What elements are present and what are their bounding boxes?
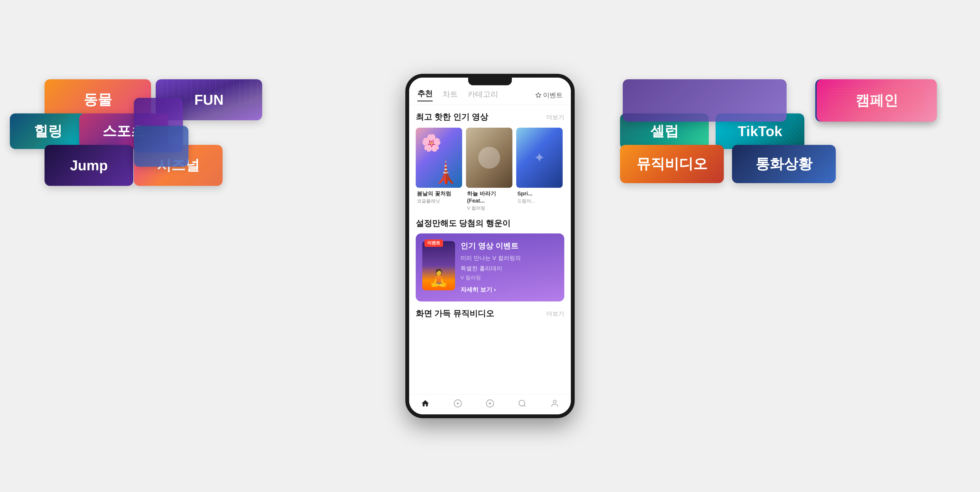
card-idol[interactable]: 아이돌/가수 xyxy=(815,79,935,121)
video-info-3: Spri... 드림어... xyxy=(516,188,563,204)
phone-screen: 추천 차트 카테고리 이벤트 최고 핫한 인기 영상 더보기 xyxy=(409,78,571,414)
event-section-title: 설정만해도 당첨의 행운이 xyxy=(416,219,511,228)
card-partial-left2 xyxy=(134,126,188,167)
card-dongmul[interactable]: 동물 xyxy=(45,79,151,120)
popular-section: 최고 핫한 인기 영상 더보기 봄날의 꽃처럼 코글플래닛 xyxy=(409,105,571,216)
card-jump[interactable]: Jump xyxy=(45,145,133,186)
video-sub-2: V 컬러링 xyxy=(467,205,511,211)
card-sports-label: 스포츠 xyxy=(102,121,145,141)
musicvideo-header: 화면 가득 뮤직비디오 더보기 xyxy=(416,308,564,319)
nav-profile[interactable] xyxy=(550,399,559,408)
card-celeb[interactable]: 셀럽 xyxy=(620,113,709,149)
card-campaign-label: 캠페인 xyxy=(856,91,898,110)
event-link[interactable]: 자세히 보기 › xyxy=(460,286,558,294)
musicvideo-title: 화면 가득 뮤직비디오 xyxy=(416,308,494,319)
svg-marker-2 xyxy=(457,402,459,405)
card-partial-right xyxy=(623,79,787,121)
card-musicvideo[interactable]: 뮤직비디오 xyxy=(620,145,724,183)
video-title-2: 하늘 바라기(Feat... xyxy=(467,190,511,204)
event-section-header: 설정만해도 당첨의 행운이 xyxy=(409,216,571,233)
screen-content[interactable]: 최고 핫한 인기 영상 더보기 봄날의 꽃처럼 코글플래닛 xyxy=(409,105,571,395)
nav-home[interactable] xyxy=(421,399,430,408)
event-desc-1: 미리 만나는 V 컬러링의 xyxy=(460,254,558,262)
card-jump-label: Jump xyxy=(70,157,108,174)
card-call[interactable]: 통화상황 xyxy=(732,145,836,183)
musicvideo-section: 화면 가득 뮤직비디오 더보기 xyxy=(409,302,571,329)
video-info-1: 봄날의 꽃처럼 코글플래닛 xyxy=(416,188,462,204)
video-thumb-1 xyxy=(416,128,462,188)
phone-notch xyxy=(468,78,512,85)
event-title: 인기 영상 이벤트 xyxy=(460,241,558,251)
phone: 추천 차트 카테고리 이벤트 최고 핫한 인기 영상 더보기 xyxy=(405,74,575,418)
card-fun-label: FUN xyxy=(194,91,224,108)
card-campaign[interactable]: 캠페인 xyxy=(817,79,937,121)
card-healing-label: 힐링 xyxy=(34,121,62,141)
phone-wrapper: 추천 차트 카테고리 이벤트 최고 핫한 인기 영상 더보기 xyxy=(405,74,575,418)
event-content: 인기 영상 이벤트 미리 만나는 V 컬러링의 특별한 홀리데이 V 컬러링 자… xyxy=(460,241,558,294)
tab-event[interactable]: 이벤트 xyxy=(535,91,563,99)
video-card-3[interactable]: ✦ Spri... 드림어... xyxy=(516,128,563,211)
card-tiktok-label: TikTok xyxy=(738,123,782,139)
card-idol-label: 아이돌/가수 xyxy=(838,91,913,110)
video-info-2: 하늘 바라기(Feat... V 컬러링 xyxy=(466,188,512,211)
tab-recommended[interactable]: 추천 xyxy=(417,89,433,101)
tab-chart[interactable]: 차트 xyxy=(442,89,458,101)
event-source: V 컬러링 xyxy=(460,274,558,281)
video-thumb-3: ✦ xyxy=(516,128,563,188)
card-call-label: 통화상황 xyxy=(756,155,812,174)
card-sports[interactable]: 스포츠 xyxy=(79,113,168,149)
event-badge: 이벤트 xyxy=(425,240,443,247)
svg-line-7 xyxy=(524,405,526,407)
event-img xyxy=(422,241,455,290)
event-banner[interactable]: 이벤트 인기 영상 이벤트 미리 만나는 V 컬러링의 특별한 홀리데이 V 컬… xyxy=(416,233,564,302)
video-scroll: 봄날의 꽃처럼 코글플래닛 하늘 바라기(Feat... V 컬러링 xyxy=(416,128,564,211)
video-sub-3: 드림어... xyxy=(517,198,562,204)
nav-add[interactable] xyxy=(486,399,494,408)
card-fun[interactable]: FUN xyxy=(156,79,262,120)
tab-category[interactable]: 카테고리 xyxy=(468,89,498,101)
card-celeb-label: 셀럽 xyxy=(650,121,679,141)
popular-title: 최고 핫한 인기 영상 xyxy=(416,112,488,123)
card-healing[interactable]: 힐링 xyxy=(10,113,86,149)
card-siznal-label: 시즈널 xyxy=(157,156,200,175)
video-card-1[interactable]: 봄날의 꽃처럼 코글플래닛 xyxy=(416,128,462,211)
video-title-1: 봄날의 꽃처럼 xyxy=(417,190,461,197)
svg-marker-0 xyxy=(536,93,541,97)
card-tiktok[interactable]: TikTok xyxy=(716,113,804,149)
video-title-3: Spri... xyxy=(517,190,562,197)
event-desc-2: 특별한 홀리데이 xyxy=(460,264,558,273)
popular-more[interactable]: 더보기 xyxy=(546,113,564,121)
nav-search[interactable] xyxy=(518,399,527,408)
video-thumb-2 xyxy=(466,128,512,188)
card-dongmul-label: 동물 xyxy=(84,90,112,109)
svg-point-8 xyxy=(553,400,556,403)
bottom-nav xyxy=(409,395,571,414)
video-sub-1: 코글플래닛 xyxy=(417,198,461,204)
nav-play[interactable] xyxy=(453,399,462,408)
event-img-wrap: 이벤트 xyxy=(422,241,455,290)
svg-point-6 xyxy=(519,400,525,406)
card-musicvideo-label: 뮤직비디오 xyxy=(636,155,707,174)
card-siznal[interactable]: 시즈널 xyxy=(134,145,223,186)
card-partial-left xyxy=(134,98,183,153)
video-card-2[interactable]: 하늘 바라기(Feat... V 컬러링 xyxy=(466,128,512,211)
popular-header: 최고 핫한 인기 영상 더보기 xyxy=(416,112,564,123)
event-tab-label: 이벤트 xyxy=(543,91,563,99)
musicvideo-more[interactable]: 더보기 xyxy=(546,310,564,318)
